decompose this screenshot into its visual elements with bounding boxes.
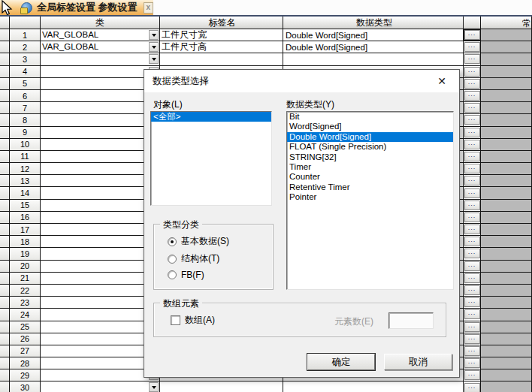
class-cell[interactable] bbox=[41, 236, 160, 248]
class-cell[interactable] bbox=[41, 212, 160, 224]
browse-button[interactable]: ... bbox=[464, 188, 480, 198]
tab-close-icon[interactable]: x bbox=[144, 2, 153, 14]
browse-button[interactable]: ... bbox=[464, 309, 480, 319]
radio-button[interactable] bbox=[168, 237, 177, 246]
data-type-list-item[interactable]: FLOAT (Single Precision) bbox=[287, 142, 453, 152]
data-type-list-item[interactable]: Timer bbox=[287, 162, 453, 172]
browse-button[interactable]: ... bbox=[464, 30, 480, 40]
constant-cell[interactable] bbox=[481, 321, 532, 333]
row-select-cell[interactable] bbox=[0, 41, 10, 53]
data-type-list-item[interactable]: Word[Signed] bbox=[287, 122, 453, 131]
row-number-cell[interactable]: 28 bbox=[10, 357, 41, 369]
constant-cell[interactable] bbox=[481, 212, 532, 224]
row-number-cell[interactable]: 27 bbox=[10, 345, 41, 357]
row-number-cell[interactable]: 1 bbox=[10, 29, 41, 41]
class-cell[interactable] bbox=[41, 114, 160, 126]
constant-cell[interactable] bbox=[481, 175, 532, 187]
browse-button[interactable]: ... bbox=[464, 334, 480, 344]
constant-cell[interactable] bbox=[481, 200, 532, 212]
constant-cell[interactable] bbox=[481, 127, 532, 139]
row-select-cell[interactable] bbox=[0, 297, 10, 309]
constant-cell[interactable] bbox=[481, 309, 532, 321]
browse-button[interactable]: ... bbox=[464, 67, 480, 77]
browse-button[interactable]: ... bbox=[464, 201, 480, 210]
row-number-cell[interactable]: 14 bbox=[10, 187, 41, 199]
data-type-listbox[interactable]: BitWord[Signed]Double Word[Signed]FLOAT … bbox=[286, 111, 454, 290]
row-select-cell[interactable] bbox=[0, 114, 10, 126]
constant-cell[interactable] bbox=[481, 163, 532, 175]
constant-cell[interactable] bbox=[481, 90, 532, 102]
row-select-cell[interactable] bbox=[0, 285, 10, 297]
row-select-cell[interactable] bbox=[0, 224, 10, 236]
browse-button[interactable]: ... bbox=[464, 383, 480, 392]
constant-cell[interactable] bbox=[481, 261, 532, 273]
data-type-list-item[interactable]: Counter bbox=[287, 172, 453, 182]
chevron-down-icon[interactable] bbox=[149, 42, 159, 52]
class-cell[interactable] bbox=[41, 102, 160, 114]
row-select-cell[interactable] bbox=[0, 345, 10, 357]
class-cell[interactable] bbox=[41, 297, 160, 309]
constant-cell[interactable] bbox=[481, 248, 532, 260]
row-number-cell[interactable]: 25 bbox=[10, 321, 41, 333]
class-cell[interactable] bbox=[41, 187, 160, 199]
chevron-down-icon[interactable] bbox=[149, 382, 159, 392]
row-select-cell[interactable] bbox=[0, 139, 10, 151]
class-cell[interactable] bbox=[41, 175, 160, 187]
object-list-item[interactable]: <全部> bbox=[151, 112, 271, 122]
row-select-cell[interactable] bbox=[0, 273, 10, 285]
class-cell[interactable] bbox=[41, 333, 160, 345]
constant-cell[interactable] bbox=[481, 187, 532, 199]
constant-cell[interactable] bbox=[481, 151, 532, 163]
browse-button[interactable]: ... bbox=[464, 322, 480, 332]
row-select-cell[interactable] bbox=[0, 78, 10, 90]
class-cell[interactable] bbox=[41, 285, 160, 297]
row-number-cell[interactable]: 7 bbox=[10, 102, 41, 114]
constant-cell[interactable] bbox=[481, 139, 532, 151]
row-select-cell[interactable] bbox=[0, 187, 10, 199]
data-type-list-item[interactable]: Double Word[Signed] bbox=[287, 132, 453, 142]
label-name-cell[interactable]: 工件尺寸宽 bbox=[160, 29, 283, 41]
constant-cell[interactable] bbox=[481, 53, 532, 65]
class-cell[interactable] bbox=[41, 357, 160, 369]
array-checkbox[interactable] bbox=[171, 315, 180, 325]
data-type-list-item[interactable]: Bit bbox=[287, 112, 453, 122]
browse-button[interactable]: ... bbox=[464, 249, 480, 258]
row-select-cell[interactable] bbox=[0, 151, 10, 163]
constant-cell[interactable] bbox=[481, 29, 532, 41]
row-select-cell[interactable] bbox=[0, 321, 10, 333]
row-number-cell[interactable]: 2 bbox=[10, 41, 41, 53]
row-number-cell[interactable]: 30 bbox=[10, 381, 41, 392]
cancel-button[interactable]: 取消 bbox=[384, 354, 452, 370]
browse-button[interactable]: ... bbox=[464, 91, 480, 101]
class-cell[interactable] bbox=[41, 151, 160, 163]
row-number-cell[interactable]: 3 bbox=[10, 53, 41, 65]
row-number-cell[interactable]: 16 bbox=[10, 212, 41, 224]
class-cell[interactable] bbox=[41, 66, 160, 78]
row-select-cell[interactable] bbox=[0, 381, 10, 392]
constant-cell[interactable] bbox=[481, 66, 532, 78]
browse-button[interactable]: ... bbox=[464, 358, 480, 368]
constant-cell[interactable] bbox=[481, 78, 532, 90]
class-cell[interactable] bbox=[41, 53, 160, 65]
row-number-cell[interactable]: 5 bbox=[10, 78, 41, 90]
browse-button[interactable]: ... bbox=[464, 370, 480, 380]
constant-cell[interactable] bbox=[481, 381, 532, 392]
row-select-cell[interactable] bbox=[0, 333, 10, 345]
data-type-cell[interactable]: Double Word[Signed] bbox=[283, 29, 464, 41]
data-type-cell[interactable] bbox=[283, 53, 464, 65]
class-cell[interactable] bbox=[41, 345, 160, 357]
row-number-cell[interactable]: 19 bbox=[10, 248, 41, 260]
row-select-cell[interactable] bbox=[0, 175, 10, 187]
browse-button[interactable]: ... bbox=[464, 297, 480, 307]
element-count-input[interactable] bbox=[388, 312, 434, 329]
row-number-cell[interactable]: 29 bbox=[10, 369, 41, 381]
row-number-cell[interactable]: 23 bbox=[10, 297, 41, 309]
class-cell[interactable]: VAR_GLOBAL bbox=[41, 29, 160, 41]
row-select-cell[interactable] bbox=[0, 66, 10, 78]
class-cell[interactable] bbox=[41, 309, 160, 321]
class-cell[interactable] bbox=[41, 321, 160, 333]
class-cell[interactable] bbox=[41, 369, 160, 381]
class-cell[interactable] bbox=[41, 127, 160, 139]
constant-cell[interactable] bbox=[481, 114, 532, 126]
constant-cell[interactable] bbox=[481, 41, 532, 53]
